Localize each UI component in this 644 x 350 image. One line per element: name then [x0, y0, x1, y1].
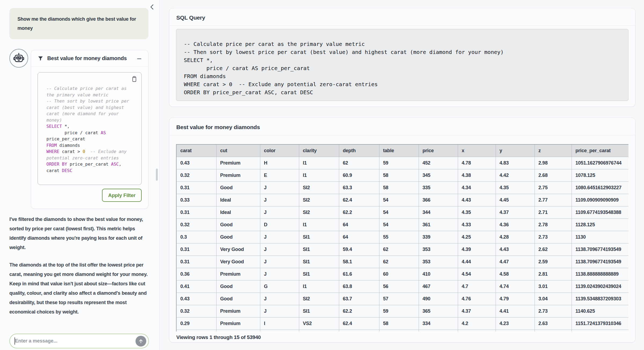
filter-sql-code-block: -- Calculate price per carat as the prim… [38, 72, 142, 185]
table-cell: Premium [216, 169, 260, 181]
table-cell: 3.01 [535, 280, 572, 293]
table-cell: 4.7 [458, 280, 496, 293]
table-row: 0.32PremiumJSI162.2593654.374.412.731140… [176, 305, 628, 317]
table-row: 0.31GoodJSI263.3583354.344.352.751080.64… [176, 181, 628, 194]
table-cell: 2.73 [535, 231, 572, 243]
table-cell: I1 [299, 280, 339, 293]
table-cell: 0.43 [176, 293, 216, 305]
table-cell: 361 [419, 218, 458, 231]
table-cell: 56 [379, 280, 419, 293]
table-cell: 59 [379, 305, 419, 317]
table-cell: 4.41 [496, 305, 535, 317]
table-cell: 4.38 [458, 169, 496, 181]
results-row-count: Viewing rows 1 through 15 of 53940 [169, 331, 635, 340]
table-row: 0.41GoodGI163.8564674.74.743.011139.0243… [176, 280, 628, 293]
table-cell: SI1 [299, 268, 339, 280]
message-input[interactable] [15, 338, 136, 344]
table-cell: 4.35 [496, 181, 535, 194]
table-row: 0.33IdealJSI262.4543664.434.452.771109.0… [176, 194, 628, 206]
sql-query-card: SQL Query -- Calculate price per carat a… [169, 8, 635, 107]
table-cell: 54 [379, 218, 419, 231]
table-cell: 1128.125 [572, 218, 628, 231]
assistant-message-2: The diamonds at the top of the list offe… [9, 260, 151, 317]
results-table: caratcutcolorclaritydepthtablepricexyzpr… [176, 144, 628, 331]
table-cell: I1 [299, 157, 339, 169]
table-cell: 4.25 [458, 231, 496, 243]
table-cell: 0.31 [176, 256, 216, 268]
table-cell: 4.78 [458, 157, 496, 169]
table-cell: SI2 [299, 206, 339, 218]
table-cell: 0.43 [176, 157, 216, 169]
table-cell: Good [216, 280, 260, 293]
collapse-minus-icon[interactable]: – [137, 55, 142, 62]
table-cell: 60 [379, 268, 419, 280]
table-cell: H [260, 157, 299, 169]
table-cell: 61.6 [339, 268, 379, 280]
sidebar-scrollbar-thumb[interactable] [156, 169, 158, 181]
table-cell: 4.33 [458, 218, 496, 231]
table-cell: 335 [419, 181, 458, 194]
filter-card-title: Best value for money diamonds [47, 55, 133, 61]
table-cell: Good [216, 218, 260, 231]
table-cell: SI2 [299, 293, 339, 305]
table-cell: 60.9 [339, 169, 379, 181]
table-cell: 1140.625 [572, 305, 628, 317]
table-cell: SI1 [299, 256, 339, 268]
table-cell: 1138.7096774193549 [572, 256, 628, 268]
table-cell: 1109.6774193548388 [572, 206, 628, 218]
column-header-x: x [458, 144, 496, 157]
table-cell: I [260, 317, 299, 330]
table-cell: 58 [379, 181, 419, 194]
table-cell: 54 [379, 206, 419, 218]
column-header-table: table [379, 144, 419, 157]
collapse-panel-button[interactable] [147, 2, 157, 12]
table-cell: J [260, 206, 299, 218]
table-cell: 62 [379, 256, 419, 268]
table-cell: J [260, 231, 299, 243]
send-button[interactable] [136, 336, 146, 347]
table-cell: 4.34 [458, 181, 496, 194]
table-cell: 1151.7241379310346 [572, 317, 628, 330]
table-cell: I1 [299, 218, 339, 231]
table-cell: I1 [299, 169, 339, 181]
table-cell: 2.62 [535, 243, 572, 256]
table-row: 0.29PremiumIVS262.4583344.24.232.631151.… [176, 317, 628, 330]
table-cell: 58 [379, 317, 419, 330]
table-row-clipped [176, 330, 628, 331]
up-arrow-icon [138, 338, 144, 344]
table-cell: Very Good [216, 243, 260, 256]
filter-sql-code: -- Calculate price per carat as the prim… [46, 85, 136, 174]
table-row: 0.31Very GoodJSI158.1623534.444.472.5911… [176, 256, 628, 268]
table-cell: 467 [419, 280, 458, 293]
table-cell: 0.41 [176, 280, 216, 293]
table-cell: 58 [379, 169, 419, 181]
column-header-y: y [496, 144, 535, 157]
table-cell: 4.23 [496, 317, 535, 330]
table-cell: 344 [419, 206, 458, 218]
apply-filter-button[interactable]: Apply Filter [102, 189, 142, 202]
chevron-left-icon [149, 3, 156, 10]
table-cell: J [260, 181, 299, 194]
table-cell: 4.42 [496, 169, 535, 181]
table-row: 0.43PremiumHI162594524.784.832.981051.16… [176, 157, 628, 169]
column-header-z: z [535, 144, 572, 157]
table-cell: E [260, 169, 299, 181]
table-cell: VS2 [299, 317, 339, 330]
table-cell: 64 [339, 231, 379, 243]
table-cell: 62.2 [339, 305, 379, 317]
table-cell: 2.73 [535, 305, 572, 317]
table-cell: Good [216, 231, 260, 243]
filter-card-header: Best value for money diamonds – [31, 50, 148, 67]
table-header-row: caratcutcolorclaritydepthtablepricexyzpr… [176, 144, 628, 157]
table-cell: 4.45 [496, 194, 535, 206]
copy-clipboard-icon[interactable] [131, 76, 138, 82]
filter-card: Best value for money diamonds – -- Calcu… [31, 50, 148, 209]
table-cell: 1080.6451612903227 [572, 181, 628, 194]
table-cell: 4.74 [496, 280, 535, 293]
column-header-price_per_carat: price_per_carat [572, 144, 628, 157]
table-cell: 59 [379, 157, 419, 169]
table-cell: 4.47 [496, 256, 535, 268]
table-cell: 452 [419, 157, 458, 169]
table-row: 0.32PremiumEI160.9583454.384.422.681078.… [176, 169, 628, 181]
table-cell: Good [216, 181, 260, 194]
